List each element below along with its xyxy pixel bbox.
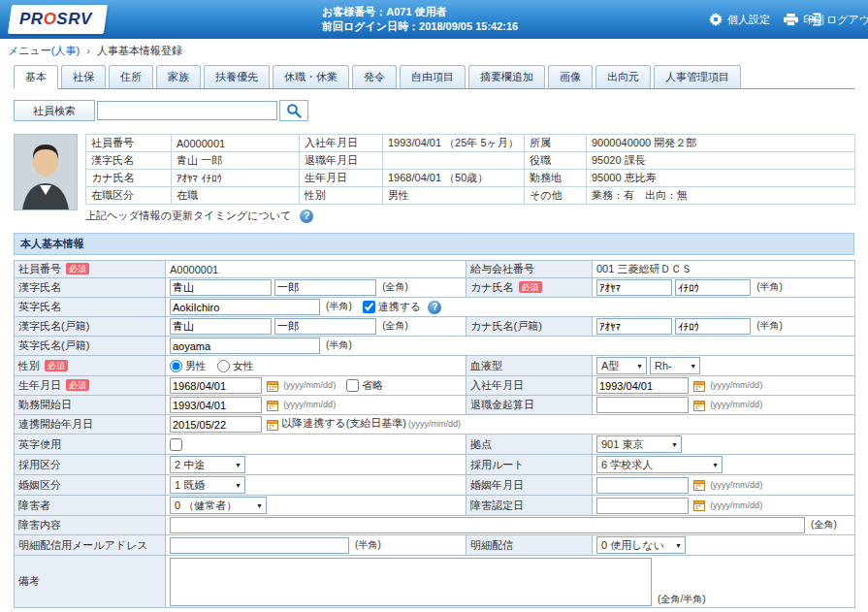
kana-first-name-registry-input[interactable]: [675, 318, 751, 335]
adopt-type-select[interactable]: 2 中途▼: [170, 456, 245, 473]
emp-hdr-label: 勤務地: [525, 170, 587, 187]
gender-female-radio[interactable]: [217, 360, 230, 372]
mail-address-input[interactable]: [170, 537, 349, 554]
calendar-icon[interactable]: [693, 499, 705, 511]
header-update-note: 上記ヘッダ情報の更新タイミングについて ?: [85, 209, 855, 223]
emp-hdr-value: ｱｵﾔﾏ ｲﾁﾛｳ: [172, 170, 300, 187]
roman-name-input[interactable]: [170, 299, 320, 315]
base-select[interactable]: 901 東京▼: [596, 435, 682, 453]
personal-settings-button[interactable]: 個人設定: [709, 0, 770, 39]
field-label-text: 社員番号: [18, 263, 61, 274]
tab-hr-management-items[interactable]: 人事管理項目: [654, 65, 741, 89]
hire-date-input[interactable]: [596, 377, 689, 394]
emp-hdr-label: 性別: [300, 187, 383, 205]
help-icon[interactable]: ?: [300, 209, 313, 223]
disability-select[interactable]: 0 （健常者）▼: [170, 497, 267, 514]
tab-social-insurance[interactable]: 社保: [61, 65, 106, 89]
field-label-text: 連携開始年月日: [18, 418, 93, 430]
section-title: 本人基本情報: [14, 233, 854, 255]
chevron-down-icon: ▼: [712, 462, 719, 468]
employee-search-input[interactable]: [97, 101, 277, 120]
link-checkbox-text: 連携する: [378, 300, 422, 314]
tab-address[interactable]: 住所: [109, 65, 153, 89]
help-icon[interactable]: ?: [428, 301, 441, 314]
logout-label: ログアウト: [826, 13, 868, 27]
gender-female-option[interactable]: 女性: [217, 359, 254, 373]
link-checkbox[interactable]: [363, 301, 375, 313]
kana-first-name-input[interactable]: [675, 279, 751, 296]
kana-last-name-registry-input[interactable]: [596, 318, 672, 335]
field-label-text: 備考: [18, 575, 40, 587]
work-start-date-input[interactable]: [170, 397, 262, 413]
breadcrumb-menu-link[interactable]: メニュー(人事): [8, 45, 80, 56]
calendar-icon[interactable]: [693, 479, 705, 491]
field-label-text: 退職金起算日: [470, 399, 534, 410]
required-badge: 必須: [66, 263, 89, 274]
input-hint: (半角): [756, 281, 783, 292]
disability-detail-input[interactable]: [170, 517, 805, 533]
disability-date-input[interactable]: [596, 498, 689, 514]
emp-hdr-value: 在職: [172, 187, 300, 205]
gender-male-option[interactable]: 男性: [170, 359, 207, 373]
marital-select[interactable]: 1 既婚▼: [170, 476, 245, 494]
mail-delivery-select[interactable]: 0 使用しない▼: [596, 536, 686, 554]
link-checkbox-label[interactable]: 連携する: [363, 300, 422, 314]
gender-male-radio[interactable]: [170, 360, 182, 372]
kanji-last-name-input[interactable]: [170, 279, 272, 296]
link-start-note: 以降連携する(支給日基準): [281, 417, 406, 429]
emp-hdr-value: 95020 課長: [587, 152, 855, 170]
severance-start-date-input[interactable]: [596, 397, 689, 413]
table-row: 在職区分 在職 性別 男性 その他 業務：有 出向：無: [86, 187, 855, 205]
tab-dependent-priority[interactable]: 扶養優先: [204, 65, 270, 89]
calendar-icon[interactable]: [267, 419, 278, 431]
roman-name-registry-input[interactable]: [170, 338, 320, 354]
field-label-text: 婚姻年月日: [470, 479, 524, 491]
kanji-first-name-registry-input[interactable]: [274, 318, 376, 335]
input-hint: (全角): [382, 281, 408, 292]
required-badge: 必須: [45, 360, 68, 371]
kana-last-name-input[interactable]: [596, 279, 672, 296]
kanji-first-name-input[interactable]: [274, 279, 376, 296]
tab-family[interactable]: 家族: [156, 65, 201, 89]
field-label-text: 英字使用: [18, 438, 61, 450]
tab-announcement[interactable]: 発令: [352, 65, 397, 89]
tab-free-items[interactable]: 自由項目: [400, 65, 466, 89]
field-label-text: 漢字氏名: [18, 281, 61, 293]
field-label-text: 英字氏名(戸籍): [18, 339, 89, 351]
blood-rh-select[interactable]: Rh-▼: [650, 357, 700, 374]
field-label: カナ氏名必須: [466, 278, 593, 298]
birth-omit-checkbox[interactable]: [346, 379, 359, 392]
birth-omit-option[interactable]: 省略: [346, 378, 383, 393]
field-label: 障害内容: [15, 516, 166, 535]
field-label-text: 採用区分: [18, 459, 61, 470]
field-label: 障害者: [15, 496, 166, 516]
field-label-text: 障害内容: [18, 519, 61, 531]
form-row-birth-hire: 生年月日必須 (yyyy/mm/dd) 省略 入社年月日 (yyyy/mm/dd…: [15, 376, 855, 396]
calendar-icon[interactable]: [693, 380, 705, 392]
field-label-text: 障害認定日: [470, 499, 524, 511]
field-label-text: カナ氏名: [470, 281, 514, 293]
tab-secondment-source[interactable]: 出向元: [595, 65, 651, 89]
calendar-icon[interactable]: [267, 400, 278, 411]
notes-textarea[interactable]: [170, 558, 652, 606]
page: PROSRV お客様番号：A071 使用者 前回ログイン日時：2018/09/0…: [0, 0, 868, 612]
emp-hdr-label: 所属: [525, 135, 587, 152]
adopt-route-select[interactable]: 6 学校求人▼: [596, 456, 723, 473]
search-button[interactable]: [279, 100, 308, 121]
kanji-last-name-registry-input[interactable]: [170, 318, 272, 335]
birth-date-input[interactable]: [170, 377, 262, 394]
tab-image[interactable]: 画像: [548, 65, 593, 89]
field-label: カナ氏名(戸籍): [466, 317, 593, 337]
link-start-date-input[interactable]: [170, 416, 262, 433]
roman-use-checkbox[interactable]: [170, 438, 182, 451]
form-row-roman-name: 英字氏名 (半角) 連携する ?: [15, 298, 855, 317]
marriage-date-input[interactable]: [596, 477, 689, 494]
tab-leave[interactable]: 休職・休業: [273, 65, 349, 89]
logout-button[interactable]: ログアウト: [808, 0, 868, 39]
calendar-icon[interactable]: [693, 400, 705, 411]
emp-hdr-value: 95000 恵比寿: [587, 170, 855, 187]
tab-remarks-add[interactable]: 摘要欄追加: [468, 65, 545, 89]
blood-type-select[interactable]: A型▼: [596, 357, 647, 374]
calendar-icon[interactable]: [267, 380, 278, 392]
tab-basic[interactable]: 基本: [14, 65, 58, 89]
